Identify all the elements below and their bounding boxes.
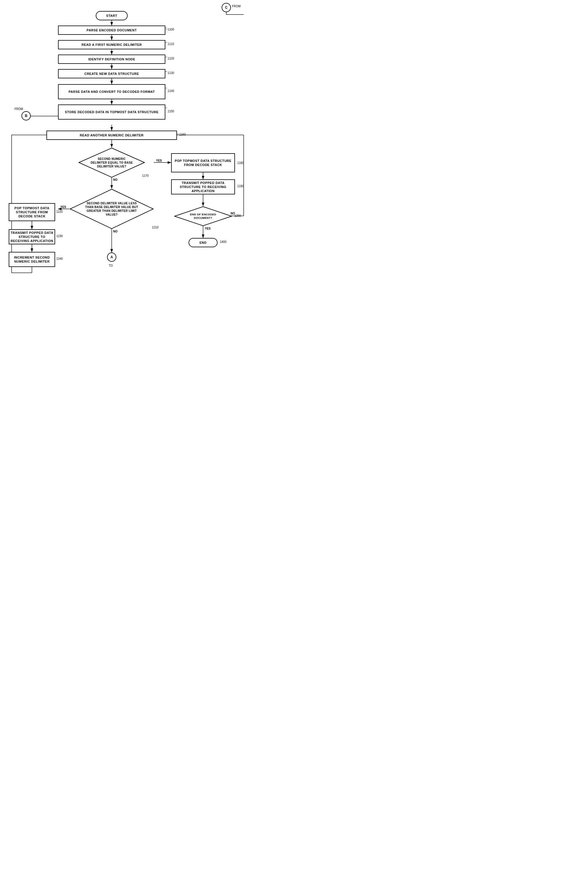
ref-1200: 1200 <box>234 214 241 217</box>
diamond-1200: END OF ENCODED DOCUMENT? <box>174 206 232 226</box>
end-node: END <box>189 238 218 247</box>
ref-1230: 1230 <box>56 234 63 238</box>
ref-1100: 1100 <box>168 28 174 31</box>
node-1180: POP TOPMOST DATA STRUCTURE FROM DECODE S… <box>171 153 235 172</box>
ref-1170: 1170 <box>142 174 148 177</box>
node-1140: PARSE DATA AND CONVERT TO DECODED FORMAT <box>58 84 165 99</box>
no-1170: NO <box>113 178 117 181</box>
node-1130: CREATE NEW DATA STRUCTURE <box>58 69 165 78</box>
no-1200: NO <box>231 212 235 215</box>
ref-1140: 1140 <box>168 89 174 93</box>
ref-1400: 1400 <box>220 240 226 243</box>
to-a-label: TO <box>109 264 113 267</box>
yes-1210: YES <box>60 206 66 209</box>
ref-1110: 1110 <box>168 42 174 45</box>
node-1220: POP TOPMOST DATA STRUCTURE FROM DECODE S… <box>9 203 55 221</box>
ref-1210: 1210 <box>152 226 158 229</box>
from-b-label: FROM <box>15 107 23 111</box>
flowchart-diagram: START PARSE ENCODED DOCUMENT 1100 ⌐ READ… <box>0 0 258 389</box>
ref-1180: 1180 <box>237 161 244 165</box>
ref-1120: 1120 <box>168 57 174 60</box>
diamond-1170: SECOND NUMERIC DELIMITER EQUAL TO BASE D… <box>78 147 145 178</box>
no-1210: NO <box>113 230 117 233</box>
node-1120: IDENTIFY DEFINITION NODE <box>58 54 165 64</box>
node-1150: STORE DECODED DATA IN TOPMOST DATA STRUC… <box>58 104 165 120</box>
yes-1170: YES <box>156 159 162 162</box>
connector-c: C <box>222 3 231 12</box>
ref-1160: 1160 <box>179 133 186 136</box>
diamond-1210: SECOND DELIMITER VALUE LESS THAN BASE DE… <box>70 189 154 229</box>
ref-1240: 1240 <box>56 257 63 260</box>
connector-a: A <box>107 252 116 262</box>
yes-1200: YES <box>205 227 211 230</box>
node-1100: PARSE ENCODED DOCUMENT <box>58 26 165 35</box>
from-c-label: FROM <box>232 5 240 8</box>
connector-b: B <box>21 111 31 120</box>
ref-1220: 1220 <box>56 210 63 213</box>
start-node: START <box>96 11 128 20</box>
node-1230: TRANSMIT POPPED DATA STRUCTURE TO RECEIV… <box>9 229 55 244</box>
node-1160: READ ANOTHER NUMERIC DELIMITER <box>46 131 177 140</box>
node-1240: INCREMENT SECOND NUMERIC DELIMITER <box>9 252 55 267</box>
node-1190: TRANSMIT POPPED DATA STRUCTURE TO RECEIV… <box>171 179 235 194</box>
node-1110: READ A FIRST NUMERIC DELIMITER <box>58 40 165 50</box>
ref-1150: 1150 <box>168 110 174 113</box>
ref-1190: 1190 <box>237 185 244 188</box>
ref-1130: 1130 <box>168 71 174 75</box>
